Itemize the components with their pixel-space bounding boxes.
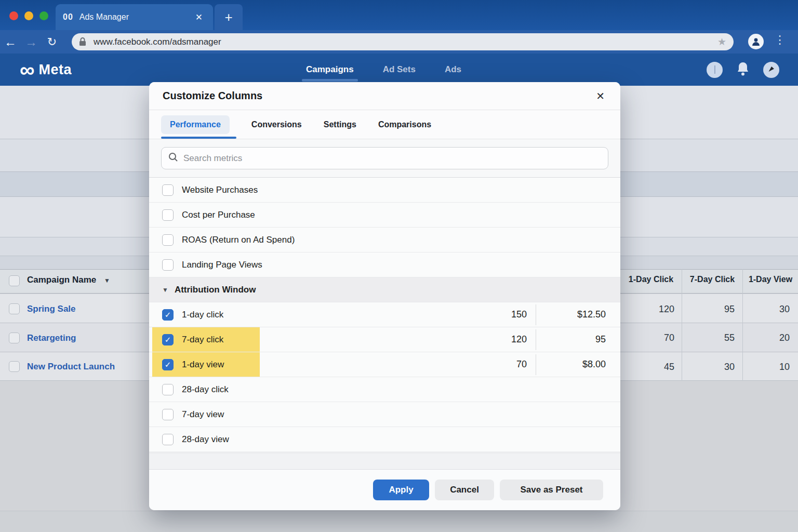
- campaign-name-header[interactable]: Campaign Name ▼: [27, 275, 110, 285]
- browser-profile-avatar[interactable]: [748, 34, 764, 49]
- checkbox-unchecked[interactable]: [162, 234, 174, 246]
- modal-header: Customize Columns ✕: [149, 82, 620, 110]
- metric-row[interactable]: ROAS (Return on Ad Spend): [149, 228, 620, 252]
- tab-ads[interactable]: Ads: [443, 54, 463, 86]
- modal-scroll-strip: [149, 453, 620, 469]
- tab-settings[interactable]: Settings: [324, 120, 356, 129]
- checkbox-unchecked[interactable]: [162, 384, 174, 395]
- table-cell: 95: [682, 304, 735, 315]
- row-checkbox[interactable]: [9, 303, 20, 314]
- browser-tab[interactable]: 00 Ads Manager ✕: [56, 4, 213, 30]
- close-window-button[interactable]: [9, 11, 18, 20]
- modal-footer: Apply Cancel Save as Preset: [149, 469, 620, 510]
- table-cell: 30: [682, 362, 735, 373]
- search-icon: [168, 152, 178, 164]
- apply-button[interactable]: Apply: [373, 480, 429, 500]
- close-icon[interactable]: ✕: [594, 89, 607, 103]
- cancel-button[interactable]: Cancel: [435, 480, 494, 500]
- section-collapse-icon[interactable]: ▼: [162, 286, 168, 294]
- attribution-row-highlighted[interactable]: ✓ 1-day view 70 $8.00: [149, 352, 620, 377]
- tab-comparisons[interactable]: Comparisons: [378, 120, 431, 129]
- brand-name: Meta: [39, 62, 72, 78]
- tab-performance[interactable]: Performance: [161, 115, 230, 134]
- help-icon[interactable]: [707, 62, 723, 78]
- metric-row[interactable]: Cost per Purchase: [149, 203, 620, 228]
- checkbox-unchecked[interactable]: [162, 434, 174, 445]
- page-footer-area: [0, 511, 798, 532]
- checkbox-checked[interactable]: ✓: [162, 334, 174, 345]
- checkbox-unchecked[interactable]: [162, 184, 174, 196]
- save-as-preset-button[interactable]: Save as Preset: [500, 480, 603, 500]
- metric-row[interactable]: Landing Page Views: [149, 252, 620, 277]
- checkbox-unchecked[interactable]: [162, 209, 174, 221]
- level-tabs: Campaigns Ad Sets Ads: [304, 54, 463, 86]
- lock-icon: [79, 37, 86, 46]
- campaign-link[interactable]: Spring Sale: [27, 304, 76, 314]
- customize-columns-modal: Customize Columns ✕ Performance Conversi…: [149, 82, 620, 510]
- bookmark-star-icon[interactable]: ★: [717, 36, 726, 48]
- attribution-row[interactable]: ✓ 1-day click 150 $12.50: [149, 302, 620, 327]
- row-checkbox[interactable]: [9, 361, 20, 372]
- metric-value: 120: [478, 334, 536, 345]
- browser-menu-icon[interactable]: ⋮: [774, 33, 786, 47]
- attribution-row[interactable]: 28-day view: [149, 427, 620, 452]
- tab-title: Ads Manager: [79, 12, 192, 22]
- new-tab-button[interactable]: +: [215, 4, 243, 30]
- metric-row[interactable]: Website Purchases: [149, 178, 620, 203]
- meta-logo[interactable]: ∞ Meta: [20, 54, 72, 86]
- forward-icon[interactable]: →: [21, 35, 42, 49]
- metric-cost: $8.00: [536, 359, 620, 370]
- back-icon[interactable]: ←: [0, 35, 21, 49]
- modal-tabs: Performance Conversions Settings Compari…: [149, 110, 620, 139]
- attribution-row[interactable]: 28-day click: [149, 377, 620, 402]
- sort-desc-icon: ▼: [104, 277, 110, 284]
- column-header[interactable]: 1-Day View: [743, 275, 798, 284]
- active-tab-underline: [161, 137, 236, 139]
- screen: 00 Ads Manager ✕ + ← → ↻ www.facebook.co…: [0, 0, 798, 532]
- url-bar[interactable]: www.facebook.com/adsmanager ★: [72, 33, 734, 50]
- navbar-actions: [707, 54, 779, 86]
- attribution-window-section[interactable]: ▼ Attribution Window: [149, 277, 620, 302]
- table-cell: 120: [620, 304, 674, 315]
- column-header[interactable]: 1-Day Click: [620, 275, 682, 284]
- metric-cost: $12.50: [536, 309, 620, 320]
- table-cell: 30: [743, 304, 790, 315]
- attribution-row[interactable]: 7-day view: [149, 402, 620, 427]
- tab-ad-sets[interactable]: Ad Sets: [381, 54, 418, 86]
- campaign-link[interactable]: Retargeting: [27, 333, 76, 343]
- table-cell: 45: [620, 362, 674, 373]
- tab-close-icon[interactable]: ✕: [192, 11, 206, 24]
- checkbox-unchecked[interactable]: [162, 409, 174, 420]
- metric-value: 70: [478, 359, 536, 370]
- metric-cost: 95: [536, 334, 620, 345]
- search-input[interactable]: [183, 153, 601, 164]
- search-box[interactable]: [161, 147, 608, 169]
- campaign-link[interactable]: New Product Launch: [27, 362, 115, 372]
- minimize-window-button[interactable]: [24, 11, 33, 20]
- row-checkbox[interactable]: [9, 332, 20, 343]
- column-header[interactable]: 7-Day Click: [682, 275, 742, 284]
- checkbox-unchecked[interactable]: [162, 259, 174, 271]
- tab-favicon: 00: [63, 12, 73, 22]
- select-all-checkbox[interactable]: [9, 275, 20, 286]
- meta-navbar: ∞ Meta Campaigns Ad Sets Ads: [0, 54, 798, 86]
- checkbox-checked[interactable]: ✓: [162, 359, 174, 370]
- table-cell: 55: [682, 332, 735, 343]
- search-section: [149, 139, 620, 177]
- table-cell: 10: [743, 362, 790, 373]
- reload-icon[interactable]: ↻: [42, 35, 62, 49]
- browser-chrome: 00 Ads Manager ✕ +: [0, 0, 798, 30]
- notifications-bell-icon[interactable]: [736, 61, 750, 78]
- modal-title: Customize Columns: [163, 90, 594, 102]
- zoom-window-button[interactable]: [39, 11, 48, 20]
- metric-value: 150: [478, 309, 536, 320]
- tab-conversions[interactable]: Conversions: [251, 120, 302, 129]
- tab-campaigns[interactable]: Campaigns: [304, 54, 356, 86]
- attribution-row-highlighted[interactable]: ✓ 7-day click 120 95: [149, 327, 620, 352]
- url-text: www.facebook.com/adsmanager: [94, 37, 717, 47]
- checkbox-checked[interactable]: ✓: [162, 309, 174, 321]
- metrics-list: Website Purchases Cost per Purchase ROAS…: [149, 177, 620, 453]
- table-cell: 20: [743, 332, 790, 343]
- table-cell: 70: [620, 332, 674, 343]
- account-shortcut-icon[interactable]: [763, 62, 779, 78]
